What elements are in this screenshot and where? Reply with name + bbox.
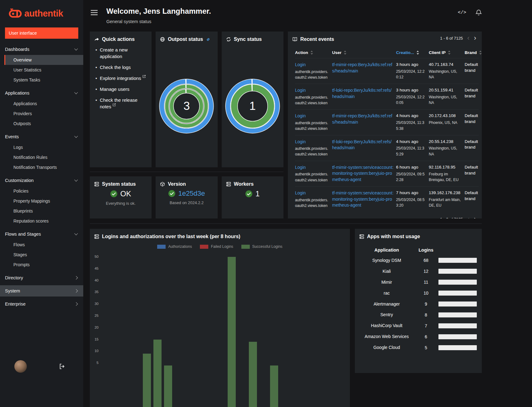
sidebar-section-applications[interactable]: Applications — [0, 87, 83, 99]
authentik-logo-text: authentik — [24, 8, 63, 19]
logout-icon[interactable] — [59, 363, 65, 370]
sidebar-item-blueprints[interactable]: Blueprints — [4, 206, 83, 216]
event-action-link[interactable]: Login — [295, 62, 306, 67]
hamburger-menu-button[interactable] — [91, 10, 98, 16]
legend-swatch — [241, 245, 250, 249]
event-user-link[interactable]: tf-mimir-repo:BeryJu/k8s:ref:refs/heads/… — [332, 113, 394, 125]
sidebar-section-dashboards[interactable]: Dashboards — [0, 44, 83, 55]
event-action-link[interactable]: Login — [295, 190, 306, 195]
app-name: Sentry — [360, 309, 414, 320]
version-link[interactable]: 1e25d3e — [178, 189, 205, 198]
sidebar-section-directory[interactable]: Directory — [0, 272, 83, 283]
sidebar-section-enterprise[interactable]: Enterprise — [0, 298, 83, 310]
section-divider — [90, 223, 482, 224]
chart-bar — [143, 354, 151, 407]
sidebar-item-policies[interactable]: Policies — [4, 186, 83, 196]
sidebar-section-customization[interactable]: Customization — [0, 175, 83, 186]
external-link-icon — [143, 75, 146, 78]
recent-events-card: Recent events 1 - 6 of 7125 ‹ › ActionUs… — [288, 32, 482, 218]
event-action-link[interactable]: Login — [295, 139, 306, 144]
quick-action-check-the-logs[interactable]: Check the logs — [100, 65, 131, 70]
sidebar-item-notification-transports[interactable]: Notification Transports — [4, 162, 83, 172]
sidebar-item-providers[interactable]: Providers — [4, 109, 83, 119]
sidebar-item-reputation-scores[interactable]: Reputation scores — [4, 216, 83, 226]
pagination-next-button[interactable]: › — [474, 35, 476, 42]
workers-value: 1 — [255, 189, 259, 198]
server-icon — [94, 182, 99, 187]
user-interface-button[interactable]: User interface — [5, 27, 78, 39]
chart-plot: 5045403530252015105 — [90, 254, 345, 407]
sidebar-item-user-statistics[interactable]: User Statistics — [4, 65, 83, 75]
sidebar-item-applications[interactable]: Applications — [4, 99, 83, 109]
section-label: Flows and Stages — [5, 232, 41, 237]
event-action-link[interactable]: Login — [295, 88, 306, 93]
legend-item-authorizations[interactable]: Authorizations — [157, 244, 192, 249]
chart-bar — [249, 342, 257, 407]
event-user-link[interactable]: tf-loki-repo:BeryJu/k8s:ref:refs/heads/m… — [332, 87, 394, 100]
app-login-count: 11 — [414, 277, 438, 287]
event-user-link[interactable]: tf-mimir-repo:BeryJu/k8s:ref:refs/heads/… — [332, 62, 394, 74]
event-geo: Washington, US, NA — [429, 69, 462, 80]
recent-events-table: ActionUserCreatio...Client IPBrand Login… — [295, 47, 479, 212]
column-header-creatio[interactable]: Creatio... — [396, 50, 426, 55]
event-created-absolute: 25/03/2024, 12:20:05 — [396, 94, 426, 106]
link-icon[interactable] — [206, 37, 210, 42]
legend-item-successful-logins[interactable]: Successful Logins — [241, 244, 283, 249]
column-header-action[interactable]: Action — [295, 50, 330, 55]
event-app-path: authentik.providers.oauth2.views.token — [295, 197, 330, 209]
app-login-count: 10 — [414, 288, 438, 298]
sidebar-item-notification-rules[interactable]: Notification Rules — [4, 152, 83, 162]
chart-bar — [270, 365, 278, 407]
event-user-link[interactable]: tf-mimir-system:serviceaccount:monitorin… — [332, 190, 394, 208]
apps-usage-table: Application Logins Synology DSM68Kiali12… — [355, 242, 482, 353]
column-header-brand[interactable]: Brand — [465, 50, 482, 55]
app-name: HashiCorp Vault — [360, 320, 414, 331]
card-title: Outpost status — [168, 37, 203, 42]
column-header-user[interactable]: User — [332, 50, 394, 55]
app-login-count: 12 — [414, 266, 438, 276]
app-name: Amazon Web Services — [360, 331, 414, 342]
sync-status-donut: 1 — [225, 78, 280, 134]
y-axis-tick: 20 — [90, 326, 99, 329]
event-action-link[interactable]: Login — [295, 165, 306, 170]
sync-icon — [226, 37, 231, 42]
legend-item-failed-logins[interactable]: Failed Logins — [200, 244, 233, 249]
apps-column-logins: Logins — [414, 245, 438, 255]
sidebar-item-logs[interactable]: Logs — [4, 142, 83, 152]
event-user-link[interactable]: tf-loki-repo:BeryJu/k8s:ref:refs/heads/m… — [332, 139, 394, 151]
column-header-client-ip[interactable]: Client IP — [429, 50, 462, 55]
sidebar-section-flows-and-stages[interactable]: Flows and Stages — [0, 228, 83, 240]
sidebar-section-events[interactable]: Events — [0, 131, 83, 142]
quick-action-manage-users[interactable]: Manage users — [100, 86, 129, 92]
pagination-label: 1 - 6 of 7125 — [440, 36, 463, 41]
sidebar-item-outposts[interactable]: Outposts — [4, 119, 83, 129]
list-item: Check the logs — [95, 64, 147, 71]
event-action-link[interactable]: Login — [295, 113, 306, 118]
sidebar-item-prompts[interactable]: Prompts — [4, 260, 83, 270]
quick-action-create-a-new-application[interactable]: Create a new application — [100, 47, 128, 59]
quick-action-check-the-release-notes[interactable]: Check the release notes — [100, 97, 138, 109]
event-geo: Freiburg im Breisgau, DE, EU — [429, 171, 462, 183]
system-status-description: Everything is ok. — [90, 201, 152, 206]
notifications-bell-icon[interactable] — [476, 9, 482, 16]
y-axis-tick: 5 — [90, 361, 99, 365]
list-item: Create a new application — [95, 47, 147, 60]
chart-bar — [164, 365, 172, 407]
chevron-right-icon — [74, 276, 78, 279]
sidebar-item-overview[interactable]: Overview — [4, 55, 83, 65]
list-item: Manage users — [95, 86, 147, 92]
event-user-link[interactable]: tf-mimir-system:serviceaccount:monitorin… — [332, 164, 394, 183]
sidebar-item-property-mappings[interactable]: Property Mappings — [4, 196, 83, 206]
server-icon — [359, 234, 364, 239]
pagination-next-button[interactable]: › — [474, 216, 476, 218]
pagination-prev-button[interactable]: ‹ — [467, 35, 469, 42]
pagination-prev-button[interactable]: ‹ — [467, 216, 469, 218]
quick-action-explore-integrations[interactable]: Explore integrations — [100, 76, 141, 81]
sidebar-item-flows[interactable]: Flows — [4, 240, 83, 250]
sidebar-item-stages[interactable]: Stages — [4, 250, 83, 260]
event-geo: Washington, US, NA — [429, 145, 462, 157]
api-code-icon[interactable]: </> — [458, 10, 466, 15]
sidebar-section-system[interactable]: System — [0, 285, 83, 297]
avatar[interactable] — [14, 360, 27, 373]
sidebar-item-system-tasks[interactable]: System Tasks — [4, 75, 83, 85]
